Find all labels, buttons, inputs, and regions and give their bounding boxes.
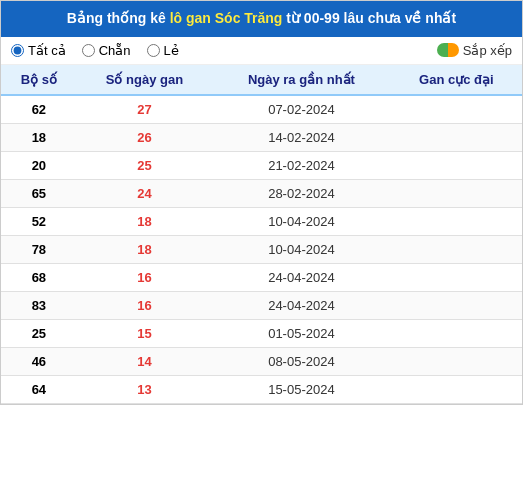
filter-tat-ca-label: Tất cả [28, 43, 66, 58]
sort-button[interactable]: Sắp xếp [437, 43, 512, 58]
cell-boso: 68 [1, 263, 77, 291]
cell-soday: 25 [77, 151, 212, 179]
filter-le-label: Lẻ [164, 43, 179, 58]
cell-gancucai [391, 235, 522, 263]
cell-gancucai [391, 207, 522, 235]
cell-ngayra: 10-04-2024 [212, 207, 390, 235]
cell-gancucai [391, 375, 522, 403]
col-header-boso: Bộ số [1, 65, 77, 95]
cell-boso: 52 [1, 207, 77, 235]
table-header-row: Bộ số Số ngày gan Ngày ra gần nhất Gan c… [1, 65, 522, 95]
cell-ngayra: 24-04-2024 [212, 291, 390, 319]
data-table: Bộ số Số ngày gan Ngày ra gần nhất Gan c… [1, 65, 522, 404]
header-suffix: từ 00-99 lâu chưa về nhất [282, 10, 456, 26]
cell-ngayra: 28-02-2024 [212, 179, 390, 207]
cell-gancucai [391, 151, 522, 179]
cell-boso: 20 [1, 151, 77, 179]
cell-boso: 25 [1, 319, 77, 347]
cell-ngayra: 14-02-2024 [212, 123, 390, 151]
table-row: 831624-04-2024 [1, 291, 522, 319]
cell-boso: 62 [1, 95, 77, 124]
cell-gancucai [391, 123, 522, 151]
table-row: 182614-02-2024 [1, 123, 522, 151]
filter-tat-ca[interactable]: Tất cả [11, 43, 66, 58]
cell-soday: 27 [77, 95, 212, 124]
cell-boso: 78 [1, 235, 77, 263]
table-row: 781810-04-2024 [1, 235, 522, 263]
cell-gancucai [391, 347, 522, 375]
cell-ngayra: 08-05-2024 [212, 347, 390, 375]
col-header-ngayra: Ngày ra gần nhất [212, 65, 390, 95]
filter-chan[interactable]: Chẵn [82, 43, 131, 58]
cell-boso: 18 [1, 123, 77, 151]
cell-ngayra: 10-04-2024 [212, 235, 390, 263]
cell-gancucai [391, 263, 522, 291]
col-header-gancucai: Gan cực đại [391, 65, 522, 95]
cell-ngayra: 07-02-2024 [212, 95, 390, 124]
page-header: Bảng thống kê lô gan Sóc Trăng từ 00-99 … [1, 1, 522, 37]
cell-ngayra: 24-04-2024 [212, 263, 390, 291]
cell-boso: 46 [1, 347, 77, 375]
table-row: 641315-05-2024 [1, 375, 522, 403]
table-row: 681624-04-2024 [1, 263, 522, 291]
cell-ngayra: 15-05-2024 [212, 375, 390, 403]
table-row: 251501-05-2024 [1, 319, 522, 347]
radio-chan[interactable] [82, 44, 95, 57]
table-row: 461408-05-2024 [1, 347, 522, 375]
table-row: 622707-02-2024 [1, 95, 522, 124]
filter-bar: Tất cả Chẵn Lẻ Sắp xếp [1, 37, 522, 65]
cell-gancucai [391, 179, 522, 207]
cell-soday: 15 [77, 319, 212, 347]
table-row: 202521-02-2024 [1, 151, 522, 179]
header-prefix: Bảng thống kê [67, 10, 170, 26]
radio-le[interactable] [147, 44, 160, 57]
cell-boso: 65 [1, 179, 77, 207]
cell-boso: 83 [1, 291, 77, 319]
cell-soday: 13 [77, 375, 212, 403]
cell-gancucai [391, 291, 522, 319]
cell-soday: 18 [77, 235, 212, 263]
cell-soday: 16 [77, 263, 212, 291]
cell-gancucai [391, 95, 522, 124]
cell-soday: 14 [77, 347, 212, 375]
main-container: Bảng thống kê lô gan Sóc Trăng từ 00-99 … [0, 0, 523, 405]
cell-soday: 18 [77, 207, 212, 235]
filter-le[interactable]: Lẻ [147, 43, 179, 58]
table-row: 652428-02-2024 [1, 179, 522, 207]
cell-boso: 64 [1, 375, 77, 403]
sort-icon [437, 43, 459, 57]
cell-soday: 16 [77, 291, 212, 319]
col-header-soday: Số ngày gan [77, 65, 212, 95]
header-highlight: lô gan Sóc Trăng [170, 10, 283, 26]
cell-soday: 24 [77, 179, 212, 207]
cell-ngayra: 21-02-2024 [212, 151, 390, 179]
cell-gancucai [391, 319, 522, 347]
radio-tat-ca[interactable] [11, 44, 24, 57]
cell-ngayra: 01-05-2024 [212, 319, 390, 347]
table-row: 521810-04-2024 [1, 207, 522, 235]
filter-chan-label: Chẵn [99, 43, 131, 58]
sort-label: Sắp xếp [463, 43, 512, 58]
cell-soday: 26 [77, 123, 212, 151]
